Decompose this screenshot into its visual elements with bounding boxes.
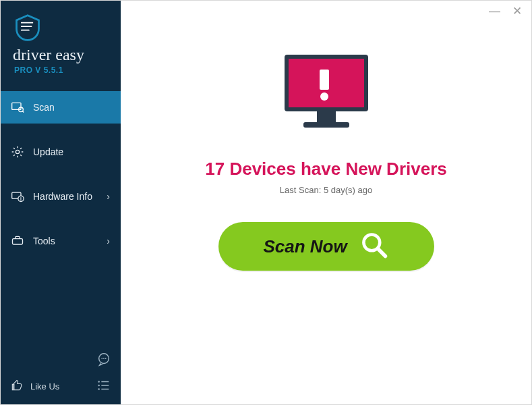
svg-text:i: i (20, 196, 22, 201)
hardware-info-icon: i (10, 190, 25, 203)
svg-rect-22 (317, 111, 336, 122)
scan-now-label: Scan Now (263, 236, 347, 257)
svg-point-21 (320, 92, 328, 101)
main-content: 17 Devices have New Drivers Last Scan: 5… (121, 1, 531, 404)
svg-line-2 (23, 111, 24, 113)
title-bar: — ✕ (1, 1, 531, 21)
thumbs-up-icon[interactable] (10, 379, 24, 394)
last-scan-text: Last Scan: 5 day(s) ago (280, 185, 372, 195)
svg-point-14 (98, 385, 99, 386)
menu-list-icon[interactable] (96, 378, 111, 395)
sidebar-item-label: Scan (33, 102, 55, 113)
brand-version: PRO V 5.5.1 (14, 65, 121, 75)
sidebar: driver easy PRO V 5.5.1 Scan Upda (1, 1, 121, 404)
sidebar-item-hardware-info[interactable]: i Hardware Info › (1, 180, 121, 213)
feedback-icon[interactable] (96, 352, 111, 369)
svg-rect-23 (303, 122, 349, 128)
svg-rect-0 (12, 103, 21, 109)
like-us-label[interactable]: Like Us (30, 381, 59, 392)
svg-point-16 (98, 388, 99, 389)
chevron-right-icon: › (107, 191, 110, 202)
tools-icon (10, 234, 25, 248)
svg-line-25 (378, 249, 385, 256)
headline-text: 17 Devices have New Drivers (205, 159, 446, 180)
sidebar-item-label: Hardware Info (33, 191, 92, 202)
sidebar-item-tools[interactable]: Tools › (1, 225, 121, 257)
sidebar-item-update[interactable]: Update (1, 136, 121, 168)
close-button[interactable]: ✕ (512, 5, 522, 17)
sidebar-item-label: Update (33, 146, 63, 157)
svg-point-10 (103, 358, 105, 359)
svg-rect-7 (13, 239, 23, 244)
svg-point-3 (16, 150, 19, 153)
sidebar-item-label: Tools (33, 236, 55, 246)
sidebar-nav: Scan Update i Hardware Info › (1, 91, 121, 269)
brand-name: driver easy (13, 47, 121, 63)
svg-point-12 (98, 381, 99, 382)
sidebar-footer: Like Us (1, 371, 121, 404)
sidebar-item-scan[interactable]: Scan (1, 91, 121, 124)
alert-monitor-graphic (269, 48, 384, 145)
magnifier-icon (359, 230, 389, 263)
svg-rect-20 (320, 70, 329, 90)
scan-icon (10, 101, 25, 114)
svg-point-11 (105, 358, 107, 359)
gear-icon (10, 145, 25, 159)
scan-now-button[interactable]: Scan Now (218, 222, 434, 271)
svg-point-9 (101, 358, 102, 359)
minimize-button[interactable]: — (489, 5, 500, 17)
chevron-right-icon: › (107, 236, 110, 246)
